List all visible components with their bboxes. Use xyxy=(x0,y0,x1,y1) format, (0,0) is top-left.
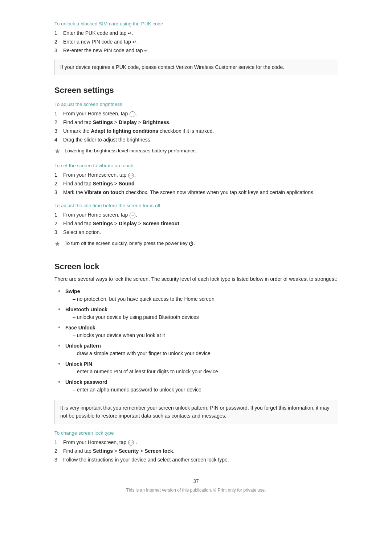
screen-settings-heading: Screen settings xyxy=(54,86,338,95)
screen-lock-intro: There are several ways to lock the scree… xyxy=(54,275,338,283)
lock-type-bluetooth: • Bluetooth Unlock – unlocks your device… xyxy=(58,306,338,323)
screen-lock-heading: Screen lock xyxy=(54,262,338,271)
idle-note: ★ To turn off the screen quickly, briefl… xyxy=(54,240,338,249)
brightness-subheading: To adjust the screen brightness xyxy=(54,102,338,107)
footer-text: This is an Internet version of this publ… xyxy=(54,488,338,493)
change-lock-step-3: 3 Follow the instructions in your device… xyxy=(54,456,338,464)
puk-step-2: 2 Enter a new PIN code and tap ↵. xyxy=(54,38,338,46)
vibrate-subsection: To set the screen to vibrate on touch 1 … xyxy=(54,163,338,196)
bullet-icon-face: • xyxy=(58,324,62,341)
idle-step-2: 2 Find and tap Settings > Display > Scre… xyxy=(54,220,338,227)
screen-lock-section: Screen lock There are several ways to lo… xyxy=(54,262,338,463)
screen-settings-section: Screen settings To adjust the screen bri… xyxy=(54,86,338,249)
vibrate-step-1: 1 From your Homescreen, tap ⋯. xyxy=(54,171,338,179)
brightness-subsection: To adjust the screen brightness 1 From y… xyxy=(54,102,338,156)
bullet-icon-bluetooth: • xyxy=(58,306,62,323)
brightness-note: ★ Lowering the brightness level increase… xyxy=(54,147,338,156)
bullet-icon-password: • xyxy=(58,378,62,395)
change-lock-steps: 1 From your Homescreen, tap ⋯ . 2 Find a… xyxy=(54,439,338,464)
lock-types-list: • Swipe – no protection, but you have qu… xyxy=(54,288,338,395)
idle-note-text: To turn off the screen quickly, briefly … xyxy=(65,240,195,247)
change-lock-subsection: To change screen lock type 1 From your H… xyxy=(54,430,338,464)
change-lock-step-1: 1 From your Homescreen, tap ⋯ . xyxy=(54,439,338,446)
brightness-steps: 1 From your Home screen, tap ⋯. 2 Find a… xyxy=(54,110,338,144)
puk-steps-list: 1 Enter the PUK code and tap ↵. 2 Enter … xyxy=(54,29,338,54)
apps-icon-cl1: ⋯ xyxy=(128,440,134,446)
lock-label-password: Unlock password xyxy=(65,379,107,385)
idle-subheading: To adjust the idle time before the scree… xyxy=(54,203,338,208)
lock-label-swipe: Swipe xyxy=(65,288,80,294)
lock-type-face: • Face Unlock – unlocks your device when… xyxy=(58,324,338,341)
brightness-step-2: 2 Find and tap Settings > Display > Brig… xyxy=(54,119,338,126)
puk-step-3: 3 Re-enter the new PIN code and tap ↵. xyxy=(54,47,338,54)
lock-label-face: Face Unlock xyxy=(65,325,95,331)
bullet-icon-pattern: • xyxy=(58,342,62,359)
idle-step-1: 1 From your Home screen, tap ⋯. xyxy=(54,211,338,219)
lock-desc-face: – unlocks your device when you look at i… xyxy=(73,332,165,339)
vibrate-step-3: 3 Mark the Vibrate on touch checkbox. Th… xyxy=(54,189,338,196)
enter-icon-3: ↵ xyxy=(144,48,148,53)
lock-desc-password: – enter an alpha-numeric password to unl… xyxy=(73,386,201,394)
brightness-step-3: 3 Unmark the Adapt to lighting condition… xyxy=(54,127,338,135)
brightness-note-text: Lowering the brightness level increases … xyxy=(65,147,197,155)
puk-heading: To unlock a blocked SIM card using the P… xyxy=(54,21,338,26)
enter-icon-2: ↵ xyxy=(132,39,136,45)
apps-icon-i1: ⋯ xyxy=(130,213,135,218)
bullet-icon-swipe: • xyxy=(58,288,62,304)
puk-step-1: 1 Enter the PUK code and tap ↵. xyxy=(54,29,338,37)
page-content: To unlock a blocked SIM card using the P… xyxy=(54,0,338,522)
idle-subsection: To adjust the idle time before the scree… xyxy=(54,203,338,249)
apps-icon-b1: ⋯ xyxy=(130,111,135,117)
puk-section: To unlock a blocked SIM card using the P… xyxy=(54,21,338,75)
tip-icon-i: ★ xyxy=(54,239,62,249)
bullet-icon-pin: • xyxy=(58,360,62,377)
idle-step-3: 3 Select an option. xyxy=(54,229,338,236)
brightness-step-1: 1 From your Home screen, tap ⋯. xyxy=(54,110,338,118)
enter-icon-1: ↵ xyxy=(128,30,132,36)
lock-label-pin: Unlock PIN xyxy=(65,361,92,367)
change-lock-subheading: To change screen lock type xyxy=(54,430,338,436)
page-number: 37 xyxy=(54,478,338,484)
vibrate-subheading: To set the screen to vibrate on touch xyxy=(54,163,338,168)
vibrate-step-2: 2 Find and tap Settings > Sound. xyxy=(54,180,338,188)
lock-desc-bluetooth: – unlocks your device by using paired Bl… xyxy=(73,313,199,321)
lock-type-swipe: • Swipe – no protection, but you have qu… xyxy=(58,288,338,304)
puk-info-box: If your device requires a PUK code, plea… xyxy=(54,59,338,75)
tip-icon-b: ★ xyxy=(54,147,62,156)
lock-type-pin: • Unlock PIN – enter a numeric PIN of at… xyxy=(58,360,338,377)
lock-desc-pin: – enter a numeric PIN of at least four d… xyxy=(73,368,218,376)
brightness-step-4: 4 Drag the slider to adjust the brightne… xyxy=(54,136,338,144)
idle-steps: 1 From your Home screen, tap ⋯. 2 Find a… xyxy=(54,211,338,236)
lock-label-pattern: Unlock pattern xyxy=(65,343,101,349)
vibrate-steps: 1 From your Homescreen, tap ⋯. 2 Find an… xyxy=(54,171,338,196)
lock-desc-pattern: – draw a simple pattern with your finger… xyxy=(73,350,211,357)
screen-lock-warning: It is very important that you remember y… xyxy=(54,400,338,424)
lock-desc-swipe: – no protection, but you have quick acce… xyxy=(73,295,215,303)
power-icon: ⏻ xyxy=(189,240,193,247)
lock-label-bluetooth: Bluetooth Unlock xyxy=(65,307,107,312)
apps-icon-v1: ⋯ xyxy=(128,173,134,178)
change-lock-step-2: 2 Find and tap Settings > Security > Scr… xyxy=(54,447,338,455)
lock-type-pattern: • Unlock pattern – draw a simple pattern… xyxy=(58,342,338,359)
lock-type-password: • Unlock password – enter an alpha-numer… xyxy=(58,378,338,395)
